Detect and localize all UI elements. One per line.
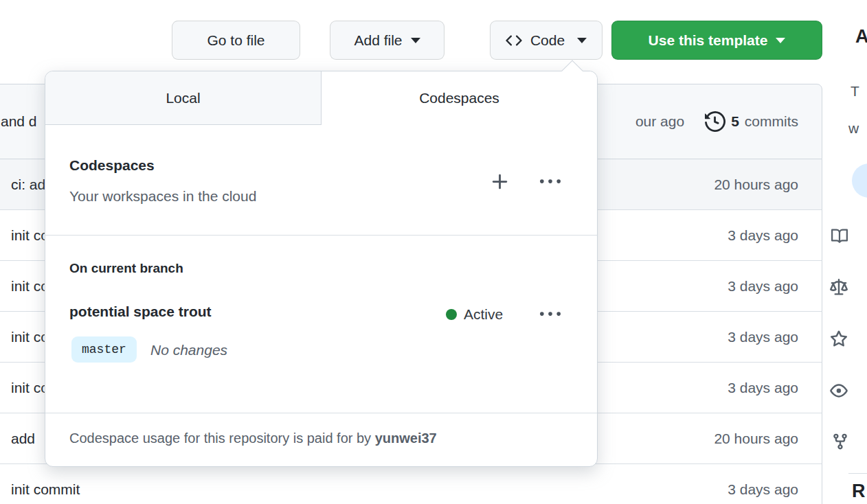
go-to-file-label: Go to file (207, 32, 264, 49)
no-changes-note: No changes (150, 342, 227, 358)
row-commit-message[interactable]: init commit (11, 481, 80, 498)
row-time: 20 hours ago (714, 176, 798, 193)
popover-divider (45, 235, 597, 236)
eye-icon (830, 382, 848, 402)
row-time: 3 days ago (728, 380, 798, 396)
repo-description-fragment: w (848, 120, 859, 137)
repository-page: and d our ago 5 commits ci: ad 20 hours … (0, 0, 867, 504)
chevron-down-icon (411, 38, 420, 43)
row-commit-message[interactable]: init co (11, 329, 49, 345)
code-button[interactable]: Code (490, 21, 603, 60)
row-time: 3 days ago (728, 329, 798, 345)
table-row[interactable]: init commit 3 days ago (0, 464, 822, 504)
about-heading-fragment: A (855, 26, 867, 47)
row-time: 20 hours ago (714, 431, 798, 447)
row-commit-message[interactable]: init co (11, 227, 49, 244)
footer-owner: yunwei37 (375, 431, 437, 446)
row-time: 3 days ago (728, 481, 798, 498)
row-commit-message[interactable]: init co (11, 380, 49, 396)
sidebar-divider (848, 473, 867, 474)
codespace-usage-footer: Codespace usage for this repository is p… (69, 431, 437, 446)
releases-heading-fragment: R (852, 481, 866, 502)
popover-divider (45, 413, 597, 413)
row-time: 3 days ago (728, 227, 798, 244)
footer-text: Codespace usage for this repository is p… (69, 431, 371, 446)
go-to-file-button[interactable]: Go to file (172, 21, 300, 60)
code-dropdown-popover: Local Codespaces Codespaces Your workspa… (45, 71, 598, 467)
use-this-template-label: Use this template (649, 32, 768, 49)
book-icon (831, 228, 848, 247)
chevron-down-icon (776, 38, 785, 43)
kebab-horizontal-icon[interactable] (540, 172, 561, 192)
topic-pill[interactable] (852, 163, 867, 198)
star-icon (830, 330, 848, 351)
tab-codespaces[interactable]: Codespaces (322, 71, 597, 125)
codespace-name[interactable]: potential space trout (69, 303, 212, 320)
row-commit-message[interactable]: init co (11, 278, 49, 295)
repo-description-fragment: T (851, 83, 859, 100)
use-this-template-button[interactable]: Use this template (611, 21, 822, 60)
chevron-down-icon (577, 38, 587, 43)
kebab-horizontal-icon[interactable] (540, 304, 561, 325)
commit-count[interactable]: 5 (731, 113, 739, 130)
popover-tabs: Local Codespaces (45, 71, 597, 125)
plus-icon[interactable] (490, 172, 510, 192)
code-label: Code (530, 32, 565, 49)
row-time: 3 days ago (728, 278, 798, 295)
status-label: Active (464, 306, 503, 323)
commit-time-fragment: our ago (635, 113, 684, 130)
commit-message-fragment: and d (1, 113, 37, 130)
codespace-status: Active (446, 306, 503, 323)
tab-local[interactable]: Local (45, 71, 322, 125)
status-dot-icon (446, 309, 457, 320)
add-file-label: Add file (354, 32, 402, 49)
branch-badge[interactable]: master (71, 336, 137, 363)
on-current-branch-label: On current branch (69, 261, 183, 276)
add-file-button[interactable]: Add file (330, 21, 444, 60)
fork-icon (831, 433, 849, 453)
history-clock-icon (705, 111, 725, 132)
codespaces-title: Codespaces (69, 157, 155, 174)
commits-label[interactable]: commits (745, 113, 798, 130)
row-commit-message[interactable]: ci: ad (11, 176, 45, 193)
code-icon (506, 32, 522, 49)
law-icon (830, 279, 848, 299)
codespaces-subtitle: Your workspaces in the cloud (69, 188, 256, 205)
row-commit-message[interactable]: add (11, 431, 35, 447)
